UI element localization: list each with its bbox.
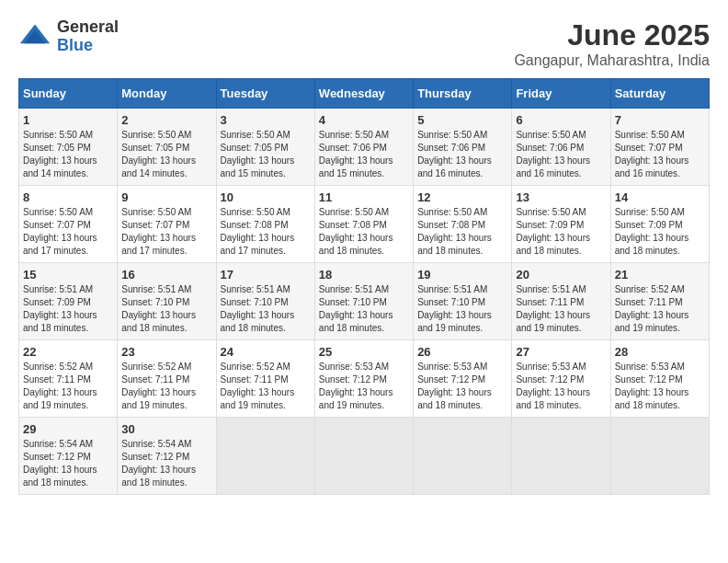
cell-content: Sunrise: 5:50 AM Sunset: 7:07 PM Dayligh…	[121, 206, 211, 258]
sunrise-label: Sunrise: 5:50 AM	[615, 207, 685, 217]
daylight-label: Daylight: 13 hours and 16 minutes.	[615, 155, 689, 178]
table-row: 25 Sunrise: 5:53 AM Sunset: 7:12 PM Dayl…	[314, 340, 413, 418]
sunrise-label: Sunrise: 5:50 AM	[417, 207, 487, 217]
header: General Blue June 2025 Gangapur, Maharas…	[18, 18, 710, 69]
daylight-label: Daylight: 13 hours and 17 minutes.	[221, 233, 295, 256]
day-number: 21	[615, 268, 705, 282]
sunset-label: Sunset: 7:08 PM	[221, 220, 289, 230]
daylight-label: Daylight: 13 hours and 16 minutes.	[516, 155, 590, 178]
header-wednesday: Wednesday	[314, 79, 413, 109]
daylight-label: Daylight: 13 hours and 18 minutes.	[319, 233, 393, 256]
sunrise-label: Sunrise: 5:54 AM	[121, 439, 191, 449]
table-row: 17 Sunrise: 5:51 AM Sunset: 7:10 PM Dayl…	[216, 263, 314, 340]
sunrise-label: Sunrise: 5:50 AM	[221, 207, 290, 217]
header-sunday: Sunday	[19, 79, 118, 109]
header-saturday: Saturday	[610, 79, 709, 109]
day-number: 2	[121, 113, 211, 127]
calendar-table: Sunday Monday Tuesday Wednesday Thursday…	[18, 78, 710, 495]
calendar-week-3: 15 Sunrise: 5:51 AM Sunset: 7:09 PM Dayl…	[19, 263, 710, 340]
cell-content: Sunrise: 5:50 AM Sunset: 7:06 PM Dayligh…	[516, 129, 606, 180]
sunset-label: Sunset: 7:07 PM	[121, 220, 189, 230]
sunrise-label: Sunrise: 5:50 AM	[23, 130, 93, 140]
sunset-label: Sunset: 7:08 PM	[417, 220, 485, 230]
table-row	[216, 418, 314, 495]
table-row: 26 Sunrise: 5:53 AM Sunset: 7:12 PM Dayl…	[414, 340, 512, 418]
calendar-week-2: 8 Sunrise: 5:50 AM Sunset: 7:07 PM Dayli…	[19, 186, 710, 263]
day-number: 6	[516, 113, 606, 127]
day-number: 5	[417, 113, 507, 127]
daylight-label: Daylight: 13 hours and 18 minutes.	[23, 310, 97, 333]
day-number: 16	[121, 268, 211, 282]
sunrise-label: Sunrise: 5:50 AM	[516, 207, 586, 217]
table-row: 6 Sunrise: 5:50 AM Sunset: 7:06 PM Dayli…	[512, 109, 610, 186]
sunset-label: Sunset: 7:12 PM	[121, 452, 189, 462]
daylight-label: Daylight: 13 hours and 14 minutes.	[23, 155, 97, 178]
day-number: 1	[23, 113, 113, 127]
table-row: 16 Sunrise: 5:51 AM Sunset: 7:10 PM Dayl…	[118, 263, 216, 340]
cell-content: Sunrise: 5:53 AM Sunset: 7:12 PM Dayligh…	[417, 361, 507, 412]
cell-content: Sunrise: 5:50 AM Sunset: 7:09 PM Dayligh…	[615, 206, 705, 258]
header-monday: Monday	[118, 79, 216, 109]
table-row: 27 Sunrise: 5:53 AM Sunset: 7:12 PM Dayl…	[512, 340, 610, 418]
sunrise-label: Sunrise: 5:50 AM	[23, 207, 93, 217]
sunrise-label: Sunrise: 5:54 AM	[23, 439, 93, 449]
daylight-label: Daylight: 13 hours and 18 minutes.	[417, 387, 492, 410]
table-row: 21 Sunrise: 5:52 AM Sunset: 7:11 PM Dayl…	[610, 263, 709, 340]
sunrise-label: Sunrise: 5:53 AM	[319, 362, 389, 372]
table-row: 4 Sunrise: 5:50 AM Sunset: 7:06 PM Dayli…	[314, 109, 413, 186]
cell-content: Sunrise: 5:50 AM Sunset: 7:08 PM Dayligh…	[417, 206, 507, 258]
day-number: 22	[23, 345, 113, 359]
table-row: 24 Sunrise: 5:52 AM Sunset: 7:11 PM Dayl…	[216, 340, 314, 418]
cell-content: Sunrise: 5:50 AM Sunset: 7:08 PM Dayligh…	[221, 206, 311, 258]
sunset-label: Sunset: 7:09 PM	[516, 220, 584, 230]
table-row: 3 Sunrise: 5:50 AM Sunset: 7:05 PM Dayli…	[216, 109, 314, 186]
day-number: 12	[417, 190, 507, 204]
sunset-label: Sunset: 7:11 PM	[121, 374, 189, 385]
sunset-label: Sunset: 7:06 PM	[516, 143, 584, 153]
daylight-label: Daylight: 13 hours and 19 minutes.	[121, 387, 196, 410]
day-number: 17	[221, 268, 311, 282]
daylight-label: Daylight: 13 hours and 17 minutes.	[121, 233, 196, 256]
day-number: 7	[615, 113, 705, 127]
sunset-label: Sunset: 7:11 PM	[615, 297, 683, 307]
table-row: 8 Sunrise: 5:50 AM Sunset: 7:07 PM Dayli…	[19, 186, 118, 263]
table-row: 23 Sunrise: 5:52 AM Sunset: 7:11 PM Dayl…	[118, 340, 216, 418]
title-section: June 2025 Gangapur, Maharashtra, India	[514, 18, 710, 69]
cell-content: Sunrise: 5:51 AM Sunset: 7:10 PM Dayligh…	[221, 283, 311, 335]
table-row: 11 Sunrise: 5:50 AM Sunset: 7:08 PM Dayl…	[314, 186, 413, 263]
sunrise-label: Sunrise: 5:51 AM	[516, 284, 586, 294]
subtitle: Gangapur, Maharashtra, India	[514, 52, 710, 69]
calendar-week-1: 1 Sunrise: 5:50 AM Sunset: 7:05 PM Dayli…	[19, 109, 710, 186]
daylight-label: Daylight: 13 hours and 17 minutes.	[23, 233, 97, 256]
table-row: 30 Sunrise: 5:54 AM Sunset: 7:12 PM Dayl…	[118, 418, 216, 495]
cell-content: Sunrise: 5:50 AM Sunset: 7:06 PM Dayligh…	[319, 129, 409, 180]
day-number: 26	[417, 345, 507, 359]
logo-icon	[18, 20, 51, 53]
cell-content: Sunrise: 5:50 AM Sunset: 7:09 PM Dayligh…	[516, 206, 606, 258]
day-number: 9	[121, 190, 211, 204]
cell-content: Sunrise: 5:50 AM Sunset: 7:07 PM Dayligh…	[23, 206, 113, 258]
table-row: 28 Sunrise: 5:53 AM Sunset: 7:12 PM Dayl…	[610, 340, 709, 418]
sunrise-label: Sunrise: 5:51 AM	[319, 284, 389, 294]
sunset-label: Sunset: 7:09 PM	[23, 297, 91, 307]
sunset-label: Sunset: 7:11 PM	[221, 374, 289, 385]
day-number: 10	[221, 190, 311, 204]
daylight-label: Daylight: 13 hours and 18 minutes.	[121, 465, 196, 488]
table-row: 10 Sunrise: 5:50 AM Sunset: 7:08 PM Dayl…	[216, 186, 314, 263]
sunset-label: Sunset: 7:08 PM	[319, 220, 387, 230]
cell-content: Sunrise: 5:50 AM Sunset: 7:06 PM Dayligh…	[417, 129, 507, 180]
table-row: 7 Sunrise: 5:50 AM Sunset: 7:07 PM Dayli…	[610, 109, 709, 186]
table-row: 5 Sunrise: 5:50 AM Sunset: 7:06 PM Dayli…	[414, 109, 512, 186]
sunset-label: Sunset: 7:12 PM	[417, 374, 485, 385]
day-number: 8	[23, 190, 113, 204]
daylight-label: Daylight: 13 hours and 19 minutes.	[221, 387, 295, 410]
cell-content: Sunrise: 5:50 AM Sunset: 7:08 PM Dayligh…	[319, 206, 409, 258]
day-number: 29	[23, 422, 113, 436]
sunset-label: Sunset: 7:10 PM	[319, 297, 387, 307]
table-row: 13 Sunrise: 5:50 AM Sunset: 7:09 PM Dayl…	[512, 186, 610, 263]
day-number: 4	[319, 113, 409, 127]
sunrise-label: Sunrise: 5:51 AM	[417, 284, 487, 294]
day-number: 18	[319, 268, 409, 282]
sunrise-label: Sunrise: 5:50 AM	[319, 130, 389, 140]
daylight-label: Daylight: 13 hours and 19 minutes.	[23, 387, 97, 410]
